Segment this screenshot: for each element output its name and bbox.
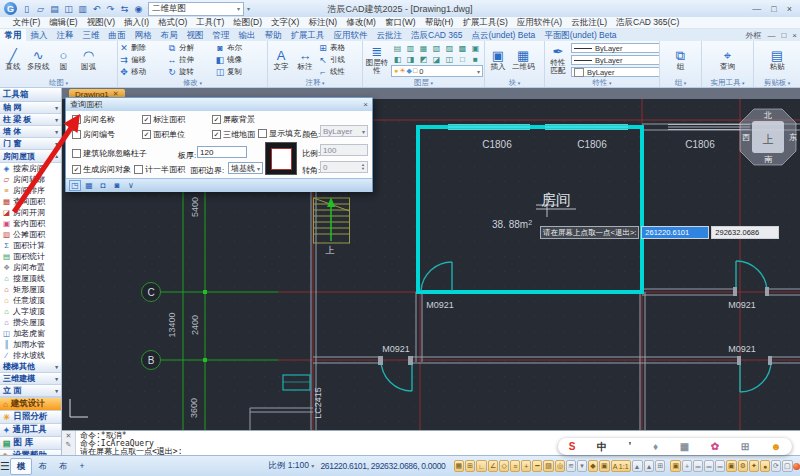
new-query-tool-icon[interactable]: ◳	[69, 180, 81, 191]
paste-button[interactable]: ▤ 粘贴	[765, 42, 789, 78]
layer-tool-icon[interactable]: ◩	[417, 54, 430, 65]
ribbon-tab[interactable]: 网格	[130, 29, 156, 41]
menu-item[interactable]: 文字(X)	[267, 17, 304, 29]
sidebar-tool[interactable]: ∕ 排水坡线	[0, 350, 61, 361]
ribbon-button[interactable]: ⊞ 表格	[318, 42, 358, 54]
panel-label[interactable]: 图层	[363, 78, 484, 87]
cancel-command-icon[interactable]: ✕	[66, 432, 72, 440]
measure-button[interactable]: ⌖ 查询	[716, 42, 740, 78]
ribbon-tab[interactable]: 三维	[78, 29, 104, 41]
clean-screen-icon[interactable]: ▣	[670, 460, 681, 472]
fill-scale-input[interactable]: 100	[320, 144, 368, 156]
panel-label[interactable]: 块	[485, 78, 544, 87]
thickness-input[interactable]: 120	[197, 146, 247, 158]
sidebar-group[interactable]: 立 面▾	[0, 385, 61, 397]
pick-point-tool-icon[interactable]: ∨	[125, 180, 137, 191]
checkbox-room-name[interactable]: 房间名称	[72, 114, 115, 125]
stamp-red-tool-icon[interactable]: ◘	[97, 180, 109, 191]
boundary-combo[interactable]: 墙基线▾	[228, 162, 263, 174]
ribbon-button[interactable]: ▣ 插入	[486, 42, 510, 78]
dyn-ucs-toggle[interactable]: ≋	[566, 460, 576, 472]
sidebar-group[interactable]: 轴 网▾	[0, 102, 61, 114]
ribbon-tab[interactable]: 云批注	[372, 29, 407, 41]
ribbon-button[interactable]: ↖ 引线	[318, 54, 358, 66]
sidebar-nav-item[interactable]: ⌂ 建筑设计	[0, 397, 61, 410]
layer-tool-icon[interactable]: ▣	[469, 43, 482, 54]
layer-tool-icon[interactable]: □	[456, 54, 469, 65]
menu-item[interactable]: 工具(T)	[192, 17, 229, 29]
workspace-selector[interactable]: 二维草图 ▾	[148, 2, 244, 16]
annotation-toggle[interactable]: ▣	[599, 460, 610, 472]
cloud-icon[interactable]: ◉	[132, 2, 145, 15]
sidebar-group[interactable]: 柱 梁 板▾	[0, 114, 61, 126]
ribbon-tab[interactable]: 注释	[52, 29, 78, 41]
ribbon-tab[interactable]: 平面图(undet) Beta	[540, 29, 621, 41]
layer-on-bulb-icon[interactable]: ●	[394, 67, 398, 75]
ribbon-tab[interactable]: 应用软件	[329, 29, 372, 41]
sync-icon[interactable]: ⟳	[771, 460, 781, 472]
stamp-blue-tool-icon[interactable]: ◙	[111, 180, 123, 191]
polar-toggle[interactable]: ∠	[488, 460, 498, 472]
layer-tool-icon[interactable]: ▨	[443, 43, 456, 54]
panel-label[interactable]: 绘图	[0, 78, 117, 87]
sidebar-tool[interactable]: ▣ 套内面积	[0, 218, 61, 229]
panel-label[interactable]: 特性	[545, 78, 659, 87]
minimize-icon[interactable]: —	[752, 4, 761, 14]
ribbon-button[interactable]: ◙ 布尔	[215, 42, 263, 54]
panel-label[interactable]: 修改	[118, 78, 267, 87]
ribbon-tab[interactable]: 帮助	[260, 29, 286, 41]
layer-tool-icon[interactable]: ▩	[456, 43, 469, 54]
color-combo[interactable]: ByLayer ▾	[571, 67, 659, 77]
panel-label[interactable]: 注释	[268, 78, 362, 87]
sidebar-nav-item[interactable]: ☀ 日照分析	[0, 410, 61, 423]
layer-tool-icon[interactable]: ◧	[391, 54, 404, 65]
ribbon-tab[interactable]: 视图	[182, 29, 208, 41]
restore-icon[interactable]: □	[771, 4, 776, 14]
ribbon-button[interactable]: ↻ 旋转	[167, 66, 215, 78]
sidebar-tool[interactable]: ◫ 加老虎窗	[0, 328, 61, 339]
close-icon[interactable]: ×	[787, 4, 792, 14]
sidebar-group[interactable]: 墙 体▾	[0, 126, 61, 138]
layer-tool-icon[interactable]: ◪	[430, 54, 443, 65]
gizmo-toggle[interactable]: ◆	[588, 460, 598, 472]
quick-table-toggle[interactable]: ⊞	[655, 460, 665, 472]
layout-tab[interactable]: 布局1	[32, 459, 53, 474]
ribbon-button[interactable]: A 文字	[269, 42, 293, 78]
layer-tool-icon[interactable]: ▦	[417, 43, 430, 54]
bulb-icon[interactable]: ●	[760, 460, 770, 472]
layer-tool-icon[interactable]: ■	[469, 54, 482, 65]
grid-toggle[interactable]: ▦	[454, 460, 465, 472]
sidebar-tool[interactable]: ▱ 房间轮廓	[0, 174, 61, 185]
move-bar-icon[interactable]: +	[682, 460, 692, 472]
filter-toggle[interactable]: ▾	[577, 460, 587, 472]
menu-item[interactable]: 格式(O)	[154, 17, 192, 29]
checkbox-ignore-columns[interactable]: 建筑轮廓忽略柱子	[72, 148, 147, 159]
scale-indicator[interactable]: 比例 1:100 ▾	[268, 460, 314, 472]
bar-handle-icon[interactable]: ═	[715, 460, 725, 472]
menu-item[interactable]: 视图(V)	[82, 17, 119, 29]
checkbox-dim-area[interactable]: 标注面积	[142, 114, 185, 125]
sidebar-tool[interactable]: ▦ 查询面积	[0, 196, 61, 207]
ribbon-button[interactable]: ✥ 移动	[119, 66, 167, 78]
sidebar-tool[interactable]: ⌂ 攒尖屋顶	[0, 317, 61, 328]
auto-scale-toggle[interactable]: ▲	[632, 460, 643, 472]
browser-icon[interactable]: ▣	[726, 460, 737, 472]
checkbox-mask-background[interactable]: 屏蔽背景	[212, 114, 255, 125]
layer-tool-icon[interactable]: ◨	[404, 54, 417, 65]
selection-cycle-toggle[interactable]: ◎	[555, 460, 565, 472]
panel-label[interactable]: 剪贴板	[754, 78, 800, 87]
ribbon-button[interactable]: ╱ 直线	[1, 42, 25, 78]
checkbox-room-number[interactable]: 房间编号	[72, 129, 115, 140]
sidebar-tool[interactable]: ▥ 公摊面积	[0, 229, 61, 240]
lineweight-toggle[interactable]: ━	[532, 460, 542, 472]
menu-item[interactable]: 插入(I)	[120, 17, 154, 29]
chinese-mode-icon[interactable]: 中	[597, 440, 607, 454]
sidebar-group-room-roof[interactable]: 房间屋顶▴	[0, 150, 61, 163]
ribbon-tab[interactable]: 浩辰CAD 365	[407, 29, 468, 41]
save-as-icon[interactable]: ◫	[62, 2, 75, 15]
menu-item[interactable]: 应用软件(A)	[512, 17, 566, 29]
plot-icon[interactable]: ▥	[76, 2, 89, 15]
sidebar-tool[interactable]: ❖ 房间布置	[0, 262, 61, 273]
group-button[interactable]: ⧉ 组	[669, 42, 693, 78]
hamburger-icon[interactable]: ☰	[0, 460, 10, 473]
